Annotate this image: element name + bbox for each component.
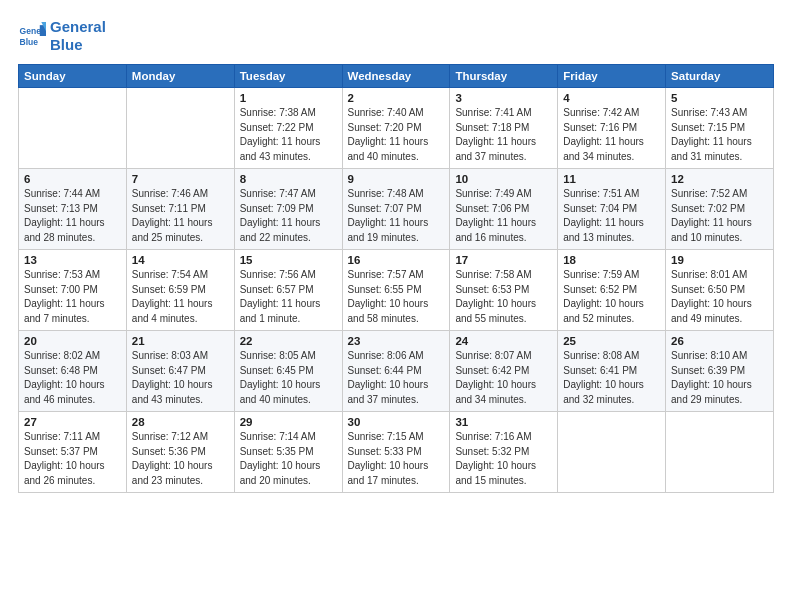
day-number: 28: [132, 416, 229, 428]
day-number: 13: [24, 254, 121, 266]
day-number: 26: [671, 335, 768, 347]
logo-icon: General Blue: [18, 22, 46, 50]
calendar-cell: [126, 88, 234, 169]
day-number: 21: [132, 335, 229, 347]
calendar-cell: 17Sunrise: 7:58 AM Sunset: 6:53 PM Dayli…: [450, 250, 558, 331]
day-number: 24: [455, 335, 552, 347]
day-info: Sunrise: 7:47 AM Sunset: 7:09 PM Dayligh…: [240, 187, 337, 245]
calendar-cell: 31Sunrise: 7:16 AM Sunset: 5:32 PM Dayli…: [450, 412, 558, 493]
day-info: Sunrise: 7:54 AM Sunset: 6:59 PM Dayligh…: [132, 268, 229, 326]
calendar-cell: 11Sunrise: 7:51 AM Sunset: 7:04 PM Dayli…: [558, 169, 666, 250]
day-info: Sunrise: 7:56 AM Sunset: 6:57 PM Dayligh…: [240, 268, 337, 326]
day-info: Sunrise: 7:46 AM Sunset: 7:11 PM Dayligh…: [132, 187, 229, 245]
day-info: Sunrise: 7:53 AM Sunset: 7:00 PM Dayligh…: [24, 268, 121, 326]
calendar-cell: 15Sunrise: 7:56 AM Sunset: 6:57 PM Dayli…: [234, 250, 342, 331]
day-info: Sunrise: 8:08 AM Sunset: 6:41 PM Dayligh…: [563, 349, 660, 407]
day-info: Sunrise: 8:02 AM Sunset: 6:48 PM Dayligh…: [24, 349, 121, 407]
calendar-cell: 26Sunrise: 8:10 AM Sunset: 6:39 PM Dayli…: [666, 331, 774, 412]
calendar-cell: 2Sunrise: 7:40 AM Sunset: 7:20 PM Daylig…: [342, 88, 450, 169]
calendar-cell: [558, 412, 666, 493]
day-info: Sunrise: 7:51 AM Sunset: 7:04 PM Dayligh…: [563, 187, 660, 245]
calendar-cell: 1Sunrise: 7:38 AM Sunset: 7:22 PM Daylig…: [234, 88, 342, 169]
calendar-cell: 21Sunrise: 8:03 AM Sunset: 6:47 PM Dayli…: [126, 331, 234, 412]
calendar-cell: 5Sunrise: 7:43 AM Sunset: 7:15 PM Daylig…: [666, 88, 774, 169]
calendar-cell: [19, 88, 127, 169]
col-header-saturday: Saturday: [666, 65, 774, 88]
header: General Blue General Blue: [18, 18, 774, 54]
calendar-cell: 16Sunrise: 7:57 AM Sunset: 6:55 PM Dayli…: [342, 250, 450, 331]
day-number: 2: [348, 92, 445, 104]
day-number: 25: [563, 335, 660, 347]
day-number: 7: [132, 173, 229, 185]
col-header-monday: Monday: [126, 65, 234, 88]
day-number: 16: [348, 254, 445, 266]
day-info: Sunrise: 7:57 AM Sunset: 6:55 PM Dayligh…: [348, 268, 445, 326]
day-info: Sunrise: 8:07 AM Sunset: 6:42 PM Dayligh…: [455, 349, 552, 407]
calendar-cell: 18Sunrise: 7:59 AM Sunset: 6:52 PM Dayli…: [558, 250, 666, 331]
svg-text:Blue: Blue: [20, 37, 39, 47]
calendar-cell: 13Sunrise: 7:53 AM Sunset: 7:00 PM Dayli…: [19, 250, 127, 331]
day-number: 30: [348, 416, 445, 428]
calendar-cell: 20Sunrise: 8:02 AM Sunset: 6:48 PM Dayli…: [19, 331, 127, 412]
calendar-cell: 10Sunrise: 7:49 AM Sunset: 7:06 PM Dayli…: [450, 169, 558, 250]
calendar-cell: 7Sunrise: 7:46 AM Sunset: 7:11 PM Daylig…: [126, 169, 234, 250]
calendar-cell: 9Sunrise: 7:48 AM Sunset: 7:07 PM Daylig…: [342, 169, 450, 250]
day-info: Sunrise: 7:15 AM Sunset: 5:33 PM Dayligh…: [348, 430, 445, 488]
day-number: 31: [455, 416, 552, 428]
calendar-cell: 28Sunrise: 7:12 AM Sunset: 5:36 PM Dayli…: [126, 412, 234, 493]
day-info: Sunrise: 8:01 AM Sunset: 6:50 PM Dayligh…: [671, 268, 768, 326]
calendar-cell: 24Sunrise: 8:07 AM Sunset: 6:42 PM Dayli…: [450, 331, 558, 412]
day-number: 22: [240, 335, 337, 347]
day-info: Sunrise: 8:10 AM Sunset: 6:39 PM Dayligh…: [671, 349, 768, 407]
col-header-sunday: Sunday: [19, 65, 127, 88]
day-info: Sunrise: 7:43 AM Sunset: 7:15 PM Dayligh…: [671, 106, 768, 164]
col-header-thursday: Thursday: [450, 65, 558, 88]
calendar-week-1: 1Sunrise: 7:38 AM Sunset: 7:22 PM Daylig…: [19, 88, 774, 169]
day-info: Sunrise: 7:44 AM Sunset: 7:13 PM Dayligh…: [24, 187, 121, 245]
day-number: 19: [671, 254, 768, 266]
logo-subtext: Blue: [50, 36, 106, 54]
day-info: Sunrise: 7:38 AM Sunset: 7:22 PM Dayligh…: [240, 106, 337, 164]
logo: General Blue General Blue: [18, 18, 106, 54]
day-info: Sunrise: 7:16 AM Sunset: 5:32 PM Dayligh…: [455, 430, 552, 488]
day-number: 17: [455, 254, 552, 266]
day-number: 10: [455, 173, 552, 185]
calendar-cell: [666, 412, 774, 493]
day-info: Sunrise: 7:12 AM Sunset: 5:36 PM Dayligh…: [132, 430, 229, 488]
calendar-cell: 8Sunrise: 7:47 AM Sunset: 7:09 PM Daylig…: [234, 169, 342, 250]
day-info: Sunrise: 8:05 AM Sunset: 6:45 PM Dayligh…: [240, 349, 337, 407]
calendar-cell: 19Sunrise: 8:01 AM Sunset: 6:50 PM Dayli…: [666, 250, 774, 331]
day-number: 23: [348, 335, 445, 347]
calendar-week-5: 27Sunrise: 7:11 AM Sunset: 5:37 PM Dayli…: [19, 412, 774, 493]
day-info: Sunrise: 7:41 AM Sunset: 7:18 PM Dayligh…: [455, 106, 552, 164]
day-info: Sunrise: 8:06 AM Sunset: 6:44 PM Dayligh…: [348, 349, 445, 407]
col-header-wednesday: Wednesday: [342, 65, 450, 88]
day-number: 1: [240, 92, 337, 104]
day-number: 27: [24, 416, 121, 428]
day-number: 9: [348, 173, 445, 185]
day-number: 3: [455, 92, 552, 104]
calendar-week-4: 20Sunrise: 8:02 AM Sunset: 6:48 PM Dayli…: [19, 331, 774, 412]
calendar-cell: 23Sunrise: 8:06 AM Sunset: 6:44 PM Dayli…: [342, 331, 450, 412]
day-number: 5: [671, 92, 768, 104]
day-info: Sunrise: 7:42 AM Sunset: 7:16 PM Dayligh…: [563, 106, 660, 164]
logo-text: General: [50, 18, 106, 36]
day-info: Sunrise: 7:59 AM Sunset: 6:52 PM Dayligh…: [563, 268, 660, 326]
day-info: Sunrise: 8:03 AM Sunset: 6:47 PM Dayligh…: [132, 349, 229, 407]
calendar-cell: 14Sunrise: 7:54 AM Sunset: 6:59 PM Dayli…: [126, 250, 234, 331]
calendar-cell: 25Sunrise: 8:08 AM Sunset: 6:41 PM Dayli…: [558, 331, 666, 412]
day-number: 29: [240, 416, 337, 428]
day-number: 11: [563, 173, 660, 185]
day-info: Sunrise: 7:48 AM Sunset: 7:07 PM Dayligh…: [348, 187, 445, 245]
day-number: 4: [563, 92, 660, 104]
day-number: 6: [24, 173, 121, 185]
day-number: 20: [24, 335, 121, 347]
calendar-cell: 6Sunrise: 7:44 AM Sunset: 7:13 PM Daylig…: [19, 169, 127, 250]
calendar-header-row: SundayMondayTuesdayWednesdayThursdayFrid…: [19, 65, 774, 88]
col-header-tuesday: Tuesday: [234, 65, 342, 88]
day-info: Sunrise: 7:49 AM Sunset: 7:06 PM Dayligh…: [455, 187, 552, 245]
calendar-week-2: 6Sunrise: 7:44 AM Sunset: 7:13 PM Daylig…: [19, 169, 774, 250]
calendar-cell: 4Sunrise: 7:42 AM Sunset: 7:16 PM Daylig…: [558, 88, 666, 169]
calendar-body: 1Sunrise: 7:38 AM Sunset: 7:22 PM Daylig…: [19, 88, 774, 493]
day-number: 18: [563, 254, 660, 266]
